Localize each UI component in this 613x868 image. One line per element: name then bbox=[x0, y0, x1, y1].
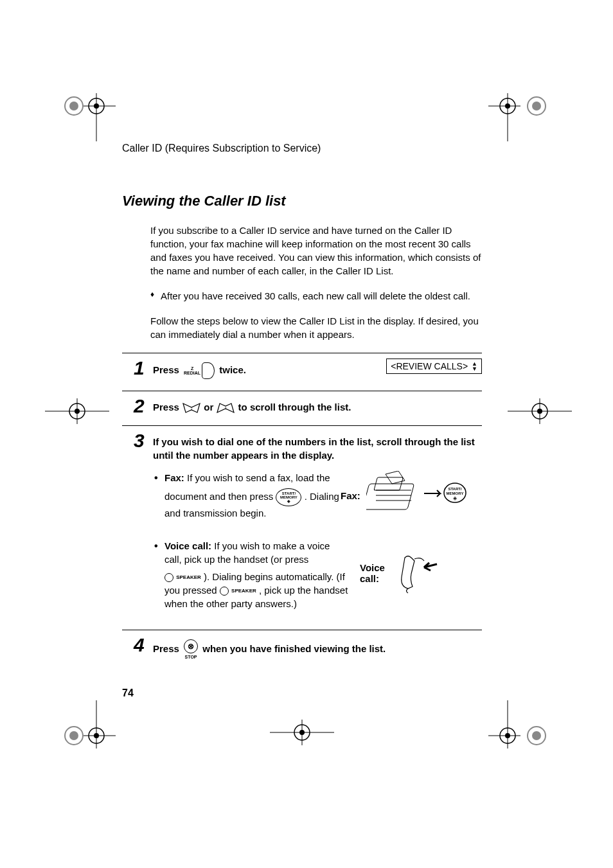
step-text: twice. bbox=[219, 364, 246, 375]
step-number: 3 bbox=[134, 430, 145, 452]
svg-point-11 bbox=[532, 102, 541, 111]
start-memory-key-icon: START/MEMORY◈ bbox=[276, 488, 301, 506]
follow-paragraph: Follow the steps below to view the Calle… bbox=[150, 314, 482, 341]
svg-rect-38 bbox=[366, 484, 414, 509]
step-text: Press bbox=[153, 364, 179, 375]
svg-point-21 bbox=[69, 731, 78, 740]
handset-illustration bbox=[398, 551, 450, 596]
svg-point-35 bbox=[532, 731, 541, 740]
step-1: 1 Press ZREDIAL twice. <REVIEW CALLS> ▲▼ bbox=[122, 353, 482, 391]
step-text: Press bbox=[153, 643, 182, 654]
voice-bullet-cont: SPEAKER ). Dialing begins automatically.… bbox=[164, 570, 357, 610]
step-text: to scroll through the list. bbox=[238, 402, 351, 412]
step-heading: If you wish to dial one of the numbers i… bbox=[153, 435, 482, 462]
down-scroll-key-icon: ↓ bbox=[182, 402, 201, 414]
svg-point-33 bbox=[505, 733, 510, 738]
svg-text:↓: ↓ bbox=[190, 405, 193, 411]
svg-text:↑: ↑ bbox=[224, 405, 227, 411]
step-4: 4 Press STOP when you have finished view… bbox=[122, 630, 482, 672]
step-number: 4 bbox=[134, 634, 145, 656]
step-3: 3 If you wish to dial one of the numbers… bbox=[122, 425, 482, 630]
svg-point-15 bbox=[75, 409, 80, 414]
intro-paragraph: If you subscribe to a Caller ID service … bbox=[150, 224, 482, 278]
svg-text:START/: START/ bbox=[448, 487, 462, 491]
page-header: Caller ID (Requires Subscription to Serv… bbox=[122, 143, 482, 154]
fax-bullet: Fax: If you wish to send a fax, load the bbox=[153, 471, 346, 484]
step-text: Press bbox=[153, 402, 182, 412]
svg-point-9 bbox=[505, 103, 510, 109]
voice-illustration-label: Voice call: bbox=[360, 562, 398, 584]
lcd-display: <REVIEW CALLS> ▲▼ bbox=[386, 359, 482, 374]
speaker-key-icon bbox=[220, 587, 229, 596]
registration-mark-icon bbox=[51, 77, 116, 141]
svg-point-1 bbox=[69, 102, 78, 111]
step-2: 2 Press ↓ or ↑ to scroll through the lis… bbox=[122, 391, 482, 425]
note-bullet: After you have received 30 calls, each n… bbox=[150, 289, 482, 303]
step-text: or bbox=[204, 402, 216, 412]
registration-mark-icon bbox=[488, 77, 565, 141]
redial-key-icon: ZREDIAL bbox=[184, 362, 215, 379]
registration-mark-icon bbox=[488, 700, 565, 765]
up-scroll-key-icon: ↑ bbox=[216, 402, 235, 414]
stop-key-icon: STOP bbox=[184, 639, 198, 660]
updown-arrow-icon: ▲▼ bbox=[472, 361, 477, 371]
registration-mark-icon bbox=[45, 392, 109, 430]
voice-bullet: Voice call: If you wish to make a voice … bbox=[153, 539, 346, 566]
fax-illustration-label: Fax: bbox=[341, 490, 360, 501]
svg-point-29 bbox=[299, 730, 305, 735]
svg-point-5 bbox=[94, 103, 99, 109]
svg-point-19 bbox=[537, 409, 542, 414]
svg-text:◈: ◈ bbox=[453, 495, 458, 501]
step-text: when you have finished viewing the list. bbox=[202, 643, 386, 654]
registration-mark-icon bbox=[51, 700, 116, 765]
fax-bullet-cont: document and then press START/MEMORY◈ . … bbox=[164, 488, 357, 520]
registration-mark-icon bbox=[270, 713, 334, 752]
step-number: 1 bbox=[134, 357, 145, 379]
speaker-key-icon bbox=[164, 573, 173, 582]
fax-machine-illustration: START/ MEMORY ◈ bbox=[366, 471, 469, 516]
step-number: 2 bbox=[134, 395, 145, 417]
section-title: Viewing the Caller ID list bbox=[122, 193, 482, 209]
registration-mark-icon bbox=[508, 392, 572, 430]
page-number: 74 bbox=[122, 687, 134, 699]
display-text: <REVIEW CALLS> bbox=[391, 361, 468, 371]
svg-point-25 bbox=[94, 733, 99, 738]
